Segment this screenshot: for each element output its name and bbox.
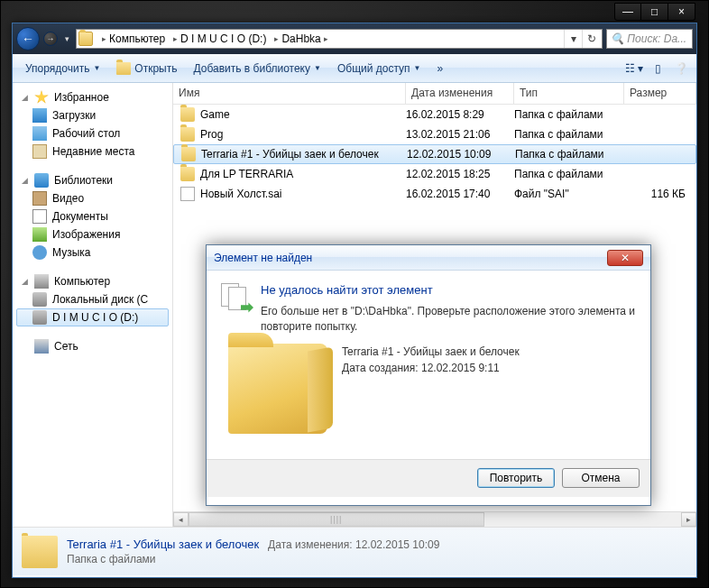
refresh-file-icon <box>221 283 250 312</box>
address-dropdown[interactable]: ▾ <box>564 30 582 48</box>
breadcrumb-segment[interactable]: ▸DaHbka▸ <box>269 30 333 48</box>
file-icon <box>180 187 195 201</box>
sidebar-network[interactable]: Сеть <box>13 337 172 355</box>
preview-pane-button[interactable]: ▯ <box>648 59 668 78</box>
scroll-right-button[interactable]: ▸ <box>681 512 696 527</box>
file-row[interactable]: Для LP TERRARIA12.02.2015 18:25Папка с ф… <box>173 164 696 184</box>
file-date: 12.02.2015 18:25 <box>406 168 514 180</box>
file-size: 116 КБ <box>624 188 696 200</box>
file-name: Terraria #1 - Убийцы заек и белочек <box>201 148 379 161</box>
breadcrumb-segment[interactable]: ▸Компьютер <box>97 30 168 48</box>
sidebar-computer[interactable]: ◢Компьютер <box>13 272 172 290</box>
star-icon <box>34 90 49 105</box>
horizontal-scrollbar[interactable]: ◂ |||| ▸ <box>173 511 696 527</box>
file-type: Папка с файлами <box>515 148 625 161</box>
open-button[interactable]: Открыть <box>109 58 184 79</box>
dialog-close-button[interactable]: ✕ <box>607 250 643 266</box>
folder-icon <box>180 107 195 122</box>
view-button[interactable]: ☷ ▾ <box>624 59 644 78</box>
organize-button[interactable]: Упорядочить▼ <box>18 58 107 79</box>
dialog-item-created: Дата создания: 12.02.2015 9:11 <box>342 360 636 376</box>
scroll-thumb[interactable]: |||| <box>189 512 484 527</box>
more-commands[interactable]: » <box>429 58 450 79</box>
history-dropdown[interactable]: ▾ <box>61 32 72 46</box>
folder-large-icon <box>228 344 327 434</box>
explorer-window: ← → ▾ ▸Компьютер ▸D I M U C I O (D:) ▸Da… <box>12 23 697 578</box>
scroll-left-button[interactable]: ◂ <box>173 512 189 527</box>
desktop-icon <box>32 126 47 141</box>
column-name[interactable]: Имя <box>173 83 406 104</box>
sidebar-item-disk-d[interactable]: D I M U C I O (D:) <box>16 308 169 326</box>
file-date: 13.02.2015 21:06 <box>406 128 514 141</box>
disk-icon <box>32 310 47 325</box>
command-bar: Упорядочить▼ Открыть Добавить в библиоте… <box>13 54 696 83</box>
file-date: 16.02.2015 8:29 <box>406 108 514 121</box>
video-icon <box>32 191 47 206</box>
file-type: Папка с файлами <box>514 108 624 121</box>
sidebar-favorites[interactable]: ◢Избранное <box>13 88 172 106</box>
folder-open-icon <box>116 62 131 75</box>
sidebar-item-documents[interactable]: Документы <box>13 207 172 225</box>
image-icon <box>32 227 47 242</box>
sidebar-libraries[interactable]: ◢Библиотеки <box>13 171 172 189</box>
share-button[interactable]: Общий доступ▼ <box>330 58 428 79</box>
address-bar[interactable]: ▸Компьютер ▸D I M U C I O (D:) ▸DaHbka▸ … <box>76 29 603 49</box>
column-type[interactable]: Тип <box>514 83 624 104</box>
dialog-button-row: Повторить Отмена <box>207 459 650 497</box>
folder-icon <box>181 147 196 161</box>
dialog-message: Его больше нет в "D:\DaHbka". Проверьте … <box>261 304 636 335</box>
minimize-button[interactable]: — <box>614 3 641 21</box>
sidebar-item-desktop[interactable]: Рабочий стол <box>13 124 172 142</box>
recent-icon <box>32 144 47 159</box>
dialog-item-name: Terraria #1 - Убийцы заек и белочек <box>342 344 636 360</box>
file-type: Папка с файлами <box>514 128 624 141</box>
file-row[interactable]: Новый Холст.sai16.02.2015 17:40Файл "SAI… <box>173 184 696 204</box>
music-icon <box>32 245 47 260</box>
sidebar-item-recent[interactable]: Недавние места <box>13 142 172 161</box>
desktop-background: — □ × ← → ▾ ▸Компьютер ▸D I M U C I O (D… <box>0 0 709 588</box>
retry-button[interactable]: Повторить <box>477 468 555 488</box>
file-type: Папка с файлами <box>514 168 624 180</box>
breadcrumb-segment[interactable]: ▸D I M U C I O (D:) <box>168 30 269 48</box>
search-icon: 🔍 <box>611 32 624 45</box>
file-date: 16.02.2015 17:40 <box>406 188 514 200</box>
folder-icon <box>22 536 58 568</box>
navigation-pane: ◢Избранное Загрузки Рабочий стол Недавни… <box>13 83 173 527</box>
file-name: Game <box>200 108 230 121</box>
file-row[interactable]: Prog13.02.2015 21:06Папка с файлами <box>173 124 696 144</box>
refresh-button[interactable]: ↻ <box>582 30 600 48</box>
search-input[interactable]: 🔍 Поиск: Da... <box>606 29 693 49</box>
sidebar-item-video[interactable]: Видео <box>13 189 172 207</box>
download-icon <box>32 108 47 123</box>
add-to-library-button[interactable]: Добавить в библиотеку▼ <box>186 58 327 79</box>
details-meta-label: Дата изменения: <box>268 538 353 551</box>
folder-icon <box>180 127 195 142</box>
error-dialog: Элемент не найден ✕ Не удалось найти это… <box>206 244 651 506</box>
close-button[interactable]: × <box>668 3 695 21</box>
details-subtitle: Папка с файлами <box>67 553 439 565</box>
maximize-button[interactable]: □ <box>641 3 668 21</box>
dialog-titlebar[interactable]: Элемент не найден ✕ <box>207 245 650 271</box>
column-size[interactable]: Размер <box>624 83 696 104</box>
location-icon <box>78 32 93 46</box>
computer-icon <box>34 274 49 289</box>
disk-icon <box>32 292 47 307</box>
folder-icon <box>180 167 195 181</box>
sidebar-item-downloads[interactable]: Загрузки <box>13 106 172 124</box>
forward-button[interactable]: → <box>43 32 58 46</box>
dialog-title: Элемент не найден <box>214 252 607 264</box>
sidebar-item-disk-c[interactable]: Локальный диск (C <box>13 290 172 308</box>
file-name: Для LP TERRARIA <box>200 168 293 180</box>
sidebar-item-music[interactable]: Музыка <box>13 243 172 262</box>
file-row[interactable]: Terraria #1 - Убийцы заек и белочек12.02… <box>173 144 696 164</box>
file-row[interactable]: Game16.02.2015 8:29Папка с файлами <box>173 105 696 124</box>
help-button[interactable]: ❔ <box>671 59 691 78</box>
navigation-bar: ← → ▾ ▸Компьютер ▸D I M U C I O (D:) ▸Da… <box>13 23 696 54</box>
cancel-button[interactable]: Отмена <box>562 468 640 488</box>
details-pane: Terraria #1 - Убийцы заек и белочек Дата… <box>13 527 696 575</box>
back-button[interactable]: ← <box>16 27 40 51</box>
file-name: Новый Холст.sai <box>200 188 282 200</box>
column-date[interactable]: Дата изменения <box>406 83 514 104</box>
details-title: Terraria #1 - Убийцы заек и белочек <box>67 537 259 551</box>
sidebar-item-images[interactable]: Изображения <box>13 225 172 243</box>
